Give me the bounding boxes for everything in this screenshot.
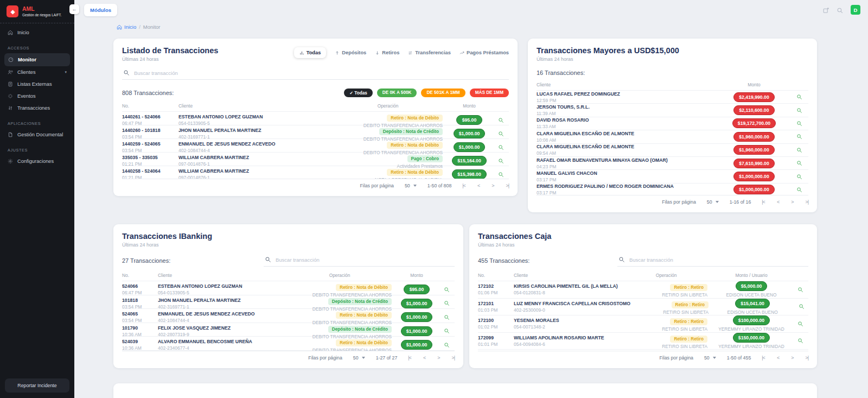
view-transaction-button[interactable] [795,173,803,180]
table-row[interactable]: 17210201:06 PM KIRSIS CAROLINA PIMENTEL … [478,281,808,298]
sidebar-item-inicio[interactable]: Inicio [0,27,74,39]
last-page-button[interactable]: >| [506,183,509,188]
table-row[interactable]: 52403910:36 AM ALVARO EMMANUEL BENCOSME … [122,336,455,350]
view-transaction-button[interactable] [497,116,505,124]
search-input[interactable] [276,257,454,263]
rows-per-page-select[interactable]: 50 [405,183,417,188]
table-row[interactable]: 52406606:47 PM ESTEBAN ANTONIO LOPEZ GUZ… [122,281,455,295]
chip-501k-1mm[interactable]: DE 501K A 1MM [421,89,465,97]
view-transaction-button[interactable] [795,93,803,101]
last-page-button[interactable]: >| [451,355,455,361]
table-row[interactable]: 17210101:03 PM LUZ MENNY FRANCISCA CAPEL… [478,298,808,315]
rows-per-page-select[interactable]: 50 [704,355,716,361]
tab-retiros[interactable]: Retiros [375,50,399,55]
search-input[interactable] [134,70,508,76]
tab-depositos[interactable]: Depósitos [335,50,366,55]
rows-per-page-select[interactable]: 50 [707,199,719,205]
prev-page-button[interactable]: < [477,183,480,188]
user-avatar[interactable]: D [851,5,860,15]
tab-transferencias[interactable]: Transferencias [408,50,451,55]
table-row[interactable]: 172098 YAJAIRA TEJADA ESTRELLA Retiro : … [478,349,808,351]
next-page-button[interactable]: > [791,199,793,205]
view-transaction-button[interactable] [796,337,804,345]
tab-todas[interactable]: Todas [294,47,327,58]
view-transaction-button[interactable] [443,341,450,349]
table-row[interactable]: CLARA MIGUELINA ESCAÑO DE ALMONTE09:54 A… [537,143,808,156]
first-page-button[interactable]: |< [762,355,765,361]
search-icon[interactable] [837,7,844,14]
prev-page-button[interactable]: < [777,355,779,361]
view-transaction-button[interactable] [796,286,804,293]
table-row[interactable]: 335035 - 33503501:21 PM WILLIAM CABRERA … [122,152,509,166]
table-row[interactable]: 17209901:01 PM WILLIAMS APOLINAR ROSARIO… [478,332,808,350]
sidebar-item-configuraciones[interactable]: Configuraciones [0,155,74,167]
magnifier-icon [796,108,802,113]
first-page-button[interactable]: |< [762,199,765,205]
sidebar-item-clientes[interactable]: Clientes ▾ [0,66,74,78]
table-row[interactable]: LUCAS RAFAEL PEREZ DOMINGUEZ12:59 PM $2,… [537,90,808,103]
view-transaction-button[interactable] [795,133,803,141]
last-page-button[interactable]: >| [805,199,808,205]
view-transaction-button[interactable] [443,313,450,321]
view-transaction-button[interactable] [795,106,803,114]
chip-0k-500k[interactable]: DE 0K A 500K [377,89,417,97]
view-transaction-button[interactable] [443,286,450,293]
next-page-button[interactable]: > [437,355,439,361]
view-transaction-button[interactable] [443,300,450,307]
first-page-button[interactable]: |< [408,355,411,361]
prev-page-button[interactable]: < [423,355,425,361]
table-row[interactable]: 1440259 - 52406503:54 PM ENMANUEL DE JES… [122,138,509,152]
chip-todas[interactable]: ✓ Todas [344,89,373,97]
sidebar-item-listas-externas[interactable]: Listas Externas [0,78,74,90]
card-title: Transacciones IBanking [122,232,455,241]
next-page-button[interactable]: > [791,355,793,361]
search-icon [618,256,625,263]
prev-page-button[interactable]: < [777,199,779,205]
card-listado-transacciones: Listado de Transacciones Últimas 24 hora… [113,39,518,196]
table-row[interactable]: CLARA MIGUELINA ESCAÑO DE ALMONTE10:08 A… [537,130,808,143]
table-row[interactable]: JERSON TOURS, S.R.L.11:39 AM $2,110,600.… [537,103,808,116]
search-input[interactable] [629,257,807,263]
table-row[interactable]: MANUEL GALVIS CHACON03:17 PM $1,000,000.… [537,169,808,182]
view-transaction-button[interactable] [497,130,505,137]
rows-per-page-select[interactable]: 50 [353,355,365,361]
sidebar-item-gestion-documental[interactable]: Gestión Documental [0,129,74,141]
table-row[interactable]: 52406503:54 PM ENMANUEL DE JESUS MENDEZ … [122,308,455,323]
magnifier-icon [796,187,802,193]
view-transaction-button[interactable] [795,146,803,154]
sidebar-item-eventos[interactable]: Eventos [0,90,74,102]
first-page-button[interactable]: |< [462,183,465,188]
sidebar-item-monitor[interactable]: Monitor [4,53,70,66]
view-transaction-button[interactable] [797,303,805,311]
chip-mas-1mm[interactable]: MÁS DE 1MM [470,89,509,97]
table-row[interactable]: 17210001:02 PM YESENIA MORALES054-007134… [478,315,808,332]
notifications-icon[interactable] [822,7,829,14]
amount-badge: $1,000.00 [454,129,486,138]
magnifier-icon [498,158,504,164]
modules-button[interactable]: Módulos [84,4,117,16]
table-row[interactable]: 10179010:36 AM FELIX JOSE VASQUEZ JIMENE… [122,323,455,337]
tab-pagos-prestamos[interactable]: Pagos Préstamos [459,50,509,55]
view-transaction-button[interactable] [795,186,803,193]
breadcrumb-home[interactable]: Inicio [117,24,136,30]
view-transaction-button[interactable] [796,320,804,327]
table-row[interactable]: 10181803:54 PM JHON MANUEL PERALTA MARTI… [122,295,455,309]
table-row[interactable]: 1440260 - 10181803:54 PM JHON MANUEL PER… [122,125,509,138]
last-page-button[interactable]: >| [805,355,808,361]
view-transaction-button[interactable] [795,119,803,127]
sidebar-collapse-button[interactable]: ← [69,4,79,14]
view-transaction-button[interactable] [795,160,803,167]
table-row[interactable]: RAFAEL OMAR BUENAVENTURA MINAYA GENAO (O… [537,156,808,169]
view-transaction-button[interactable] [497,157,505,165]
view-transaction-button[interactable] [497,143,505,151]
report-incident-button[interactable]: Reportar Incidente [5,378,69,393]
table-row[interactable]: ERMES RODRIGUEZ PAULINO / MECO ROGER DOM… [537,183,808,195]
table-row[interactable]: 1440258 - 52406401:21 PM WILLIAM CABRERA… [122,166,509,179]
view-transaction-button[interactable] [497,170,505,178]
sidebar-item-transacciones[interactable]: Transacciones [0,102,74,114]
table-row[interactable]: 1440261 - 52406606:47 PM ESTEBAN ANTONIO… [122,111,509,125]
next-page-button[interactable]: > [492,183,494,188]
sidebar-section-ajustes: AJUSTES [0,141,74,155]
table-row[interactable]: DAVID ROSA ROSARIO11:33 AM $19,172,700.0… [537,117,808,130]
view-transaction-button[interactable] [443,327,450,335]
